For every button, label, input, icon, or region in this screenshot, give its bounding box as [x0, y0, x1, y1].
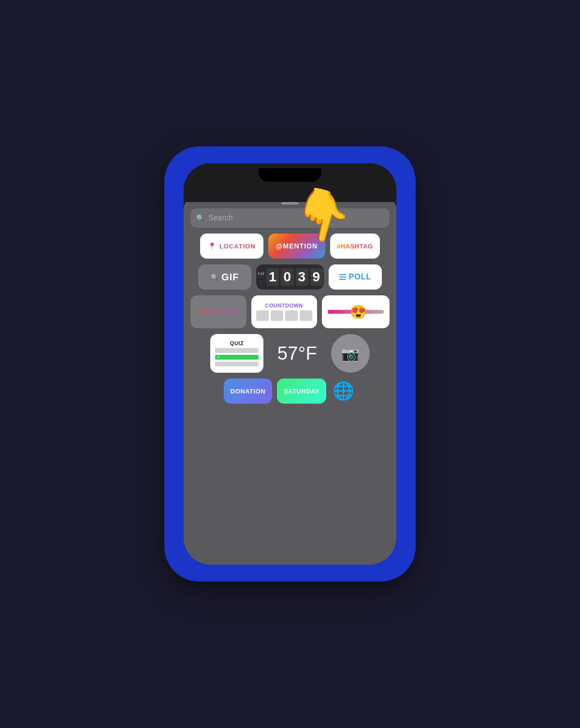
- location-sticker[interactable]: 📍 LOCATION: [200, 233, 263, 259]
- poll-sticker[interactable]: POLL: [329, 264, 382, 290]
- location-sticker-label: LOCATION: [219, 243, 256, 250]
- phone-frame: 👇 🔍 Search 📍 LOCATION @MENTION: [164, 146, 416, 582]
- location-pin-icon: 📍: [208, 242, 217, 250]
- sticker-row-2: 🔍 GIF AM 1 0 3 9: [190, 264, 390, 290]
- countdown-block-3: [285, 310, 298, 321]
- temperature-value: 57°F: [277, 343, 318, 364]
- donation-sticker-label: DONATION: [231, 388, 265, 395]
- poll-lines-icon: [339, 274, 346, 280]
- time-min-ones: 9: [310, 268, 323, 286]
- sticker-row-5: DONATION SATURDAY 🌐: [190, 379, 390, 404]
- quiz-option-3: [215, 362, 259, 366]
- quiz-sticker[interactable]: QUIZ ✓: [210, 334, 263, 373]
- time-hour-ones: 0: [281, 268, 293, 286]
- poll-line-2: [339, 277, 346, 277]
- quiz-check-icon: ✓: [217, 355, 220, 359]
- poll-sticker-label: POLL: [349, 273, 372, 281]
- temperature-sticker[interactable]: 57°F: [268, 334, 326, 373]
- slider-emoji-icon: 😍: [350, 304, 367, 320]
- gif-sticker[interactable]: 🔍 GIF: [198, 264, 251, 290]
- phone-screen: 👇 🔍 Search 📍 LOCATION @MENTION: [184, 163, 396, 565]
- countdown-sticker-label: COUNTDOWN: [265, 303, 303, 308]
- questions-sticker[interactable]: QUESTIONS: [190, 295, 246, 328]
- saturday-sticker-label: SATURDAY: [284, 388, 319, 395]
- countdown-blocks: [256, 310, 312, 321]
- countdown-sticker[interactable]: COUNTDOWN: [251, 295, 317, 328]
- sticker-grid: 📍 LOCATION @MENTION #HASHTAG 🔍 GIF: [184, 233, 396, 565]
- drag-handle[interactable]: [281, 202, 299, 204]
- quiz-sticker-label: QUIZ: [230, 340, 244, 346]
- sticker-row-1: 📍 LOCATION @MENTION #HASHTAG: [190, 233, 390, 259]
- globe-emoji-icon: 🌐: [333, 381, 355, 401]
- slider-track: 😍: [328, 310, 384, 314]
- countdown-block-4: [300, 310, 312, 321]
- gif-search-icon: 🔍: [211, 274, 219, 281]
- slider-wrapper: 😍: [328, 310, 384, 314]
- emoji-slider-sticker[interactable]: 😍: [322, 295, 390, 328]
- quiz-option-correct: ✓: [215, 355, 259, 360]
- quiz-option-1: [215, 348, 259, 353]
- hashtag-sticker-label: #HASHTAG: [337, 243, 373, 250]
- time-hour-tens: 1: [266, 268, 279, 286]
- camera-icon: 📷: [341, 345, 360, 362]
- hashtag-sticker[interactable]: #HASHTAG: [330, 233, 380, 259]
- mention-sticker[interactable]: @MENTION: [268, 233, 325, 259]
- countdown-block-1: [256, 310, 269, 321]
- phone-top-bar: [184, 163, 396, 202]
- time-ampm: AM: [257, 271, 264, 276]
- time-sticker[interactable]: AM 1 0 3 9: [256, 264, 324, 290]
- questions-sticker-label: QUESTIONS: [199, 308, 238, 316]
- search-bar[interactable]: 🔍 Search: [190, 208, 390, 228]
- gif-sticker-label: GIF: [221, 272, 239, 283]
- sticker-row-3: QUESTIONS COUNTDOWN: [190, 295, 390, 328]
- countdown-block-2: [271, 310, 283, 321]
- time-min-tens: 3: [296, 268, 308, 286]
- sticker-row-4: QUIZ ✓ 57°F 📷: [190, 334, 390, 373]
- saturday-sticker[interactable]: SATURDAY: [277, 379, 326, 404]
- sticker-panel: 🔍 Search 📍 LOCATION @MENTION #HASHTAG: [184, 197, 396, 565]
- poll-line-1: [339, 274, 346, 275]
- poll-line-3: [339, 279, 346, 280]
- donation-sticker[interactable]: DONATION: [224, 379, 272, 404]
- globe-sticker[interactable]: 🌐: [331, 379, 356, 404]
- notch: [259, 168, 321, 182]
- mention-sticker-label: @MENTION: [276, 242, 318, 250]
- search-icon: 🔍: [196, 214, 204, 222]
- search-placeholder-text: Search: [208, 214, 233, 222]
- camera-sticker[interactable]: 📷: [331, 334, 370, 373]
